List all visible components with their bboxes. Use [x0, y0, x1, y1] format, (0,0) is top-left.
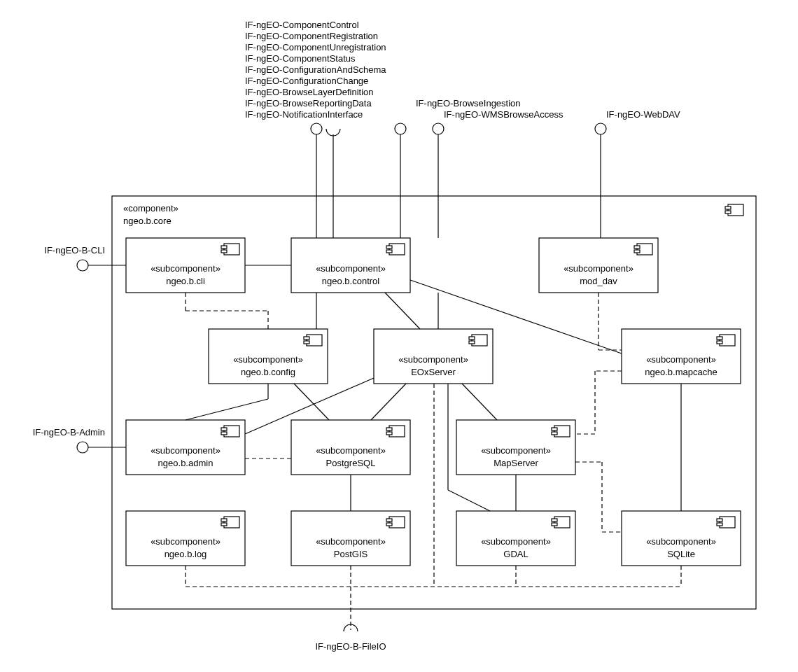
svg-text:«subcomponent»: «subcomponent»: [398, 354, 468, 365]
svg-text:«subcomponent»: «subcomponent»: [481, 536, 551, 547]
lollipop-icon: [395, 123, 406, 134]
svg-text:«subcomponent»: «subcomponent»: [233, 354, 303, 365]
label-webdav: IF-ngEO-WebDAV: [606, 109, 680, 120]
svg-text:ngeo.b.control: ngeo.b.control: [322, 276, 380, 286]
svg-text:«subcomponent»: «subcomponent»: [150, 263, 220, 274]
subcomponent-admin: «subcomponent» ngeo.b.admin: [126, 420, 245, 475]
label-admin-if: IF-ngEO-B-Admin: [33, 427, 105, 438]
svg-text:«subcomponent»: «subcomponent»: [481, 445, 551, 456]
svg-text:IF-ngEO-ComponentStatus: IF-ngEO-ComponentStatus: [245, 53, 356, 64]
subcomponent-gdal: «subcomponent» GDAL: [456, 511, 575, 566]
svg-text:ngeo.b.cli: ngeo.b.cli: [166, 276, 205, 286]
svg-text:ngeo.b.config: ngeo.b.config: [241, 367, 295, 377]
svg-text:IF-ngEO-NotificationInterface: IF-ngEO-NotificationInterface: [245, 109, 363, 120]
component-stereotype: «component»: [123, 203, 178, 214]
svg-text:mod_dav: mod_dav: [580, 276, 617, 286]
svg-text:«subcomponent»: «subcomponent»: [564, 263, 634, 274]
label-browse-ingestion: IF-ngEO-BrowseIngestion: [416, 98, 521, 108]
subcomponent-config: «subcomponent» ngeo.b.config: [209, 329, 328, 384]
svg-text:MapServer: MapServer: [493, 458, 538, 468]
subcomponent-eox: «subcomponent» EOxServer: [374, 329, 493, 384]
subcomponent-sqlite: «subcomponent» SQLite: [622, 511, 741, 566]
lollipop-icon: [77, 442, 88, 453]
svg-text:«subcomponent»: «subcomponent»: [150, 445, 220, 456]
subcomponent-postgresql: «subcomponent» PostgreSQL: [291, 420, 410, 475]
lollipop-icon: [311, 123, 322, 134]
svg-text:IF-ngEO-ConfigurationAndSchema: IF-ngEO-ConfigurationAndSchema: [245, 64, 386, 75]
component-name: ngeo.b.core: [123, 216, 172, 226]
svg-text:IF-ngEO-BrowseReportingData: IF-ngEO-BrowseReportingData: [245, 98, 372, 108]
lollipop-icon: [433, 123, 444, 134]
svg-text:«subcomponent»: «subcomponent»: [316, 445, 386, 456]
svg-text:ngeo.b.mapcache: ngeo.b.mapcache: [645, 367, 717, 377]
interface-group-list: IF-ngEO-ComponentControl IF-ngEO-Compone…: [245, 20, 386, 120]
svg-text:«subcomponent»: «subcomponent»: [316, 263, 386, 274]
component-icon: [725, 204, 743, 216]
svg-text:«subcomponent»: «subcomponent»: [646, 354, 716, 365]
lollipop-icon: [595, 123, 606, 134]
svg-text:«subcomponent»: «subcomponent»: [646, 536, 716, 547]
svg-text:ngeo.b.admin: ngeo.b.admin: [158, 458, 214, 468]
svg-text:IF-ngEO-ComponentRegistration: IF-ngEO-ComponentRegistration: [245, 31, 378, 41]
subcomponent-mapcache: «subcomponent» ngeo.b.mapcache: [622, 329, 741, 384]
svg-text:«subcomponent»: «subcomponent»: [150, 536, 220, 547]
svg-text:IF-ngEO-ConfigurationChange: IF-ngEO-ConfigurationChange: [245, 76, 368, 86]
svg-text:IF-ngEO-ComponentUnregistratio: IF-ngEO-ComponentUnregistration: [245, 42, 386, 52]
svg-text:IF-ngEO-BrowseLayerDefinition: IF-ngEO-BrowseLayerDefinition: [245, 87, 374, 97]
svg-text:«subcomponent»: «subcomponent»: [316, 536, 386, 547]
subcomponent-log: «subcomponent» ngeo.b.log: [126, 511, 245, 566]
label-cli-if: IF-ngEO-B-CLI: [44, 245, 105, 255]
svg-text:SQLite: SQLite: [667, 549, 695, 559]
svg-text:PostgreSQL: PostgreSQL: [326, 458, 376, 468]
subcomponent-mapserver: «subcomponent» MapServer: [456, 420, 575, 475]
svg-text:EOxServer: EOxServer: [411, 367, 456, 377]
label-wms: IF-ngEO-WMSBrowseAccess: [444, 109, 564, 120]
subcomponent-control: «subcomponent» ngeo.b.control: [291, 238, 410, 293]
svg-text:IF-ngEO-ComponentControl: IF-ngEO-ComponentControl: [245, 20, 359, 30]
svg-text:GDAL: GDAL: [503, 549, 528, 559]
subcomponent-cli: «subcomponent» ngeo.b.cli: [126, 238, 245, 293]
svg-text:PostGIS: PostGIS: [334, 549, 368, 559]
lollipop-icon: [77, 260, 88, 271]
svg-text:ngeo.b.log: ngeo.b.log: [164, 549, 207, 559]
subcomponent-postgis: «subcomponent» PostGIS: [291, 511, 410, 566]
subcomponent-moddav: «subcomponent» mod_dav: [539, 238, 658, 293]
label-fileio: IF-ngEO-B-FileIO: [315, 641, 386, 652]
